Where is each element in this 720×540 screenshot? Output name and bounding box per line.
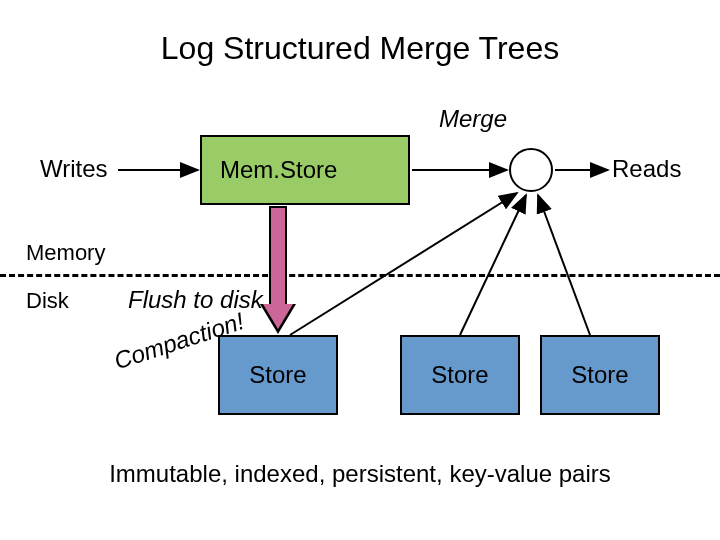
store-box-1: Store bbox=[218, 335, 338, 415]
memstore-text: Mem.Store bbox=[220, 156, 337, 184]
svg-line-5 bbox=[460, 195, 526, 335]
memory-disk-divider bbox=[0, 274, 720, 277]
memstore-box: Mem.Store bbox=[200, 135, 410, 205]
merge-label: Merge bbox=[439, 105, 507, 133]
store-text-3: Store bbox=[571, 361, 628, 389]
svg-line-6 bbox=[538, 195, 590, 335]
writes-label: Writes bbox=[40, 155, 108, 183]
arrows-layer bbox=[0, 0, 720, 540]
svg-line-4 bbox=[290, 193, 517, 335]
flush-arrow bbox=[260, 206, 296, 334]
disk-label: Disk bbox=[26, 288, 69, 314]
merge-node bbox=[509, 148, 553, 192]
store-box-2: Store bbox=[400, 335, 520, 415]
flush-label: Flush to disk bbox=[128, 286, 263, 314]
reads-label: Reads bbox=[612, 155, 681, 183]
memory-label: Memory bbox=[26, 240, 105, 266]
diagram-title: Log Structured Merge Trees bbox=[0, 30, 720, 67]
store-text-1: Store bbox=[249, 361, 306, 389]
store-box-3: Store bbox=[540, 335, 660, 415]
footer-text: Immutable, indexed, persistent, key-valu… bbox=[0, 460, 720, 488]
store-text-2: Store bbox=[431, 361, 488, 389]
